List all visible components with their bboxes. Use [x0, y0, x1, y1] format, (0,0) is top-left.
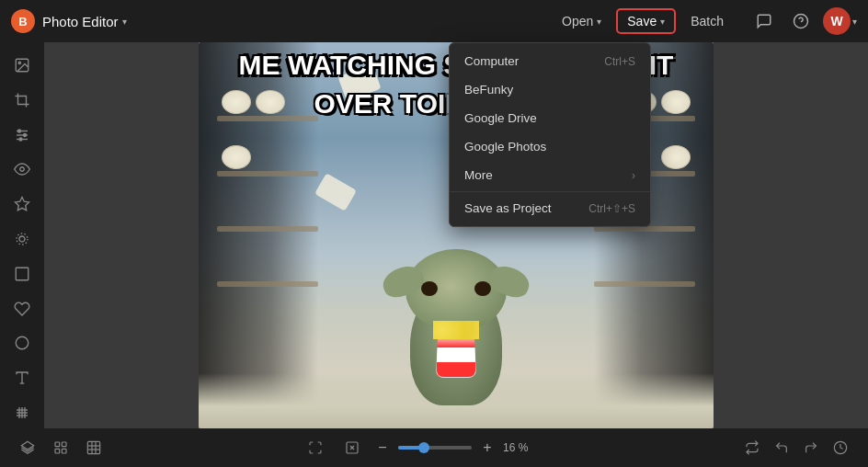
- sidebar-icon-heart[interactable]: [6, 293, 39, 325]
- topbar-nav: Open ▾ Save ▾ Batch: [551, 8, 735, 34]
- batch-button[interactable]: Batch: [680, 8, 735, 34]
- svg-marker-10: [16, 198, 29, 211]
- undo-icon[interactable]: [769, 435, 794, 461]
- svg-rect-24: [55, 442, 60, 447]
- app-title-chevron[interactable]: ▾: [122, 17, 127, 27]
- sidebar-icon-eye[interactable]: [6, 154, 39, 185]
- save-google-photos-item[interactable]: Google Photos: [450, 132, 650, 161]
- sidebar-icon-text[interactable]: [6, 362, 39, 393]
- svg-point-11: [19, 236, 25, 242]
- svg-point-14: [16, 337, 29, 350]
- svg-point-7: [24, 133, 27, 136]
- save-as-project-item[interactable]: Save as Project Ctrl+⇧+S: [450, 194, 650, 222]
- fit-screen-icon[interactable]: [303, 435, 328, 461]
- svg-rect-28: [87, 441, 99, 453]
- sidebar-icon-frame[interactable]: [6, 258, 39, 290]
- chat-icon-button[interactable]: [749, 6, 779, 36]
- avatar-wrapper[interactable]: W ▾: [823, 7, 857, 35]
- baby-yoda: [401, 249, 511, 405]
- app-title: Photo Editor: [42, 14, 119, 29]
- save-computer-item[interactable]: Computer Ctrl+S: [450, 47, 650, 75]
- sidebar-icon-texture[interactable]: [6, 397, 39, 428]
- zoom-out-button[interactable]: −: [372, 438, 393, 458]
- topbar: B Photo Editor ▾ Open ▾ Save ▾ Batch: [0, 0, 868, 42]
- svg-point-6: [18, 130, 21, 132]
- repeat-icon[interactable]: [739, 435, 765, 461]
- history-icon[interactable]: [48, 435, 74, 461]
- svg-point-9: [20, 167, 25, 172]
- sidebar-icon-image[interactable]: [6, 50, 39, 81]
- svg-point-8: [19, 138, 22, 141]
- bottombar: − + 16 %: [0, 428, 868, 467]
- sidebar-icon-adjust[interactable]: [6, 120, 39, 151]
- history-list-icon[interactable]: [828, 435, 853, 461]
- svg-rect-27: [62, 449, 66, 453]
- svg-point-2: [18, 62, 20, 63]
- grid-icon[interactable]: [81, 435, 107, 461]
- zoom-slider[interactable]: [398, 446, 472, 450]
- zoom-slider-fill: [398, 446, 420, 450]
- svg-rect-13: [16, 268, 29, 280]
- bottom-right-icons: [739, 435, 853, 461]
- sidebar-icon-shape[interactable]: [6, 328, 39, 359]
- avatar-button[interactable]: W: [823, 7, 851, 35]
- app-title-group: Photo Editor ▾: [42, 14, 127, 29]
- svg-point-12: [17, 234, 28, 245]
- zoom-slider-thumb[interactable]: [418, 442, 429, 453]
- save-chevron: ▾: [660, 17, 665, 27]
- help-icon-button[interactable]: [786, 6, 816, 36]
- save-befunky-item[interactable]: BeFunky: [450, 75, 650, 104]
- save-button[interactable]: Save ▾: [616, 8, 676, 34]
- actual-size-icon[interactable]: [339, 435, 365, 461]
- svg-rect-25: [62, 442, 66, 447]
- open-button[interactable]: Open ▾: [551, 8, 612, 34]
- redo-icon[interactable]: [798, 435, 824, 461]
- save-google-drive-item[interactable]: Google Drive: [450, 104, 650, 132]
- avatar-chevron: ▾: [852, 17, 857, 27]
- sidebar: [0, 42, 44, 428]
- layers-icon[interactable]: [15, 435, 40, 461]
- topbar-actions: W ▾: [749, 6, 857, 36]
- zoom-controls: − + 16 %: [372, 438, 536, 458]
- dropdown-divider: [450, 191, 650, 192]
- sidebar-icon-effects[interactable]: [6, 223, 39, 255]
- sidebar-icon-crop[interactable]: [6, 85, 39, 116]
- svg-rect-26: [55, 449, 60, 453]
- open-chevron: ▾: [597, 17, 601, 27]
- save-dropdown: Computer Ctrl+S BeFunky Google Drive Goo…: [449, 42, 651, 227]
- sidebar-icon-star[interactable]: [6, 188, 39, 220]
- save-more-item[interactable]: More ›: [450, 161, 650, 189]
- zoom-value: 16 %: [503, 441, 536, 454]
- zoom-in-button[interactable]: +: [477, 438, 497, 458]
- app-logo[interactable]: B: [11, 9, 35, 33]
